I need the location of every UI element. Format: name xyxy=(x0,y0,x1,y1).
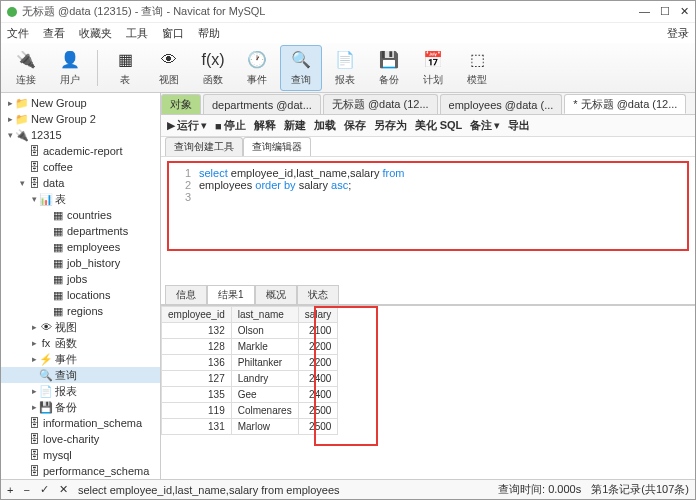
tree-item[interactable]: ▦employees xyxy=(1,239,160,255)
subtab-editor[interactable]: 查询编辑器 xyxy=(243,137,311,156)
table-row[interactable]: 131Marlow2500 xyxy=(162,419,338,435)
tree-item[interactable]: ▦jobs xyxy=(1,271,160,287)
tab-departments[interactable]: departments @dat... xyxy=(203,94,321,114)
sidebar-tree[interactable]: ▸📁New Group▸📁New Group 2▾🔌12315🗄academic… xyxy=(1,93,161,479)
tree-item[interactable]: ▦departments xyxy=(1,223,160,239)
tab-current[interactable]: * 无标题 @data (12... xyxy=(564,94,686,114)
cell-lastname[interactable]: Philtanker xyxy=(231,355,298,371)
table-row[interactable]: 136Philtanker2200 xyxy=(162,355,338,371)
status-check-icon[interactable]: ✓ xyxy=(40,483,49,496)
maximize-button[interactable]: ☐ xyxy=(660,5,670,18)
connect-button[interactable]: 🔌连接 xyxy=(5,45,47,91)
note-button[interactable]: 备注 ▾ xyxy=(470,118,500,133)
cell-salary[interactable]: 2400 xyxy=(298,371,338,387)
tree-item[interactable]: ▸📄报表 xyxy=(1,383,160,399)
function-button[interactable]: f(x)函数 xyxy=(192,45,234,91)
tab-employees[interactable]: employees @data (... xyxy=(440,94,563,114)
cell-salary[interactable]: 2500 xyxy=(298,403,338,419)
tree-item[interactable]: ▸📁New Group 2 xyxy=(1,111,160,127)
sql-editor[interactable]: 1select employee_id,last_name,salary fro… xyxy=(167,161,689,251)
save-button[interactable]: 保存 xyxy=(344,118,366,133)
tree-item[interactable]: ▸⚡事件 xyxy=(1,351,160,367)
rtab-status[interactable]: 状态 xyxy=(297,285,339,304)
cell-salary[interactable]: 2500 xyxy=(298,419,338,435)
cell-salary[interactable]: 2100 xyxy=(298,323,338,339)
export-button[interactable]: 导出 xyxy=(508,118,530,133)
minimize-button[interactable]: — xyxy=(639,5,650,18)
cell-salary[interactable]: 2200 xyxy=(298,339,338,355)
menu-view[interactable]: 查看 xyxy=(43,26,65,41)
tree-item[interactable]: ▦countries xyxy=(1,207,160,223)
menu-help[interactable]: 帮助 xyxy=(198,26,220,41)
tree-item[interactable]: 🗄coffee xyxy=(1,159,160,175)
cell-id[interactable]: 131 xyxy=(162,419,232,435)
tree-item[interactable]: ▦job_history xyxy=(1,255,160,271)
report-button[interactable]: 📄报表 xyxy=(324,45,366,91)
menu-file[interactable]: 文件 xyxy=(7,26,29,41)
tree-item[interactable]: ▸📁New Group xyxy=(1,95,160,111)
saveas-button[interactable]: 另存为 xyxy=(374,118,407,133)
cell-salary[interactable]: 2400 xyxy=(298,387,338,403)
status-remove-icon[interactable]: − xyxy=(23,484,29,496)
tree-item[interactable]: 🗄performance_schema xyxy=(1,463,160,479)
col-salary[interactable]: salary xyxy=(298,307,338,323)
status-add-icon[interactable]: + xyxy=(7,484,13,496)
cell-lastname[interactable]: Gee xyxy=(231,387,298,403)
cell-id[interactable]: 136 xyxy=(162,355,232,371)
tree-item[interactable]: ▾🔌12315 xyxy=(1,127,160,143)
col-last-name[interactable]: last_name xyxy=(231,307,298,323)
close-button[interactable]: ✕ xyxy=(680,5,689,18)
tree-item[interactable]: ▦locations xyxy=(1,287,160,303)
table-row[interactable]: 135Gee2400 xyxy=(162,387,338,403)
tree-item[interactable]: ▾🗄data xyxy=(1,175,160,191)
cell-lastname[interactable]: Olson xyxy=(231,323,298,339)
tree-item[interactable]: ▦regions xyxy=(1,303,160,319)
backup-button[interactable]: 💾备份 xyxy=(368,45,410,91)
cell-salary[interactable]: 2200 xyxy=(298,355,338,371)
menu-window[interactable]: 窗口 xyxy=(162,26,184,41)
cell-id[interactable]: 132 xyxy=(162,323,232,339)
table-button[interactable]: ▦表 xyxy=(104,45,146,91)
cell-lastname[interactable]: Marlow xyxy=(231,419,298,435)
rtab-result1[interactable]: 结果1 xyxy=(207,285,255,304)
stop-button[interactable]: ■ 停止 xyxy=(215,118,246,133)
cell-lastname[interactable]: Colmenares xyxy=(231,403,298,419)
tab-untitled1[interactable]: 无标题 @data (12... xyxy=(323,94,438,114)
menu-fav[interactable]: 收藏夹 xyxy=(79,26,112,41)
table-row[interactable]: 128Markle2200 xyxy=(162,339,338,355)
cell-id[interactable]: 119 xyxy=(162,403,232,419)
event-button[interactable]: 🕐事件 xyxy=(236,45,278,91)
tab-objects[interactable]: 对象 xyxy=(161,94,201,114)
rtab-profile[interactable]: 概况 xyxy=(255,285,297,304)
tree-item[interactable]: ▸💾备份 xyxy=(1,399,160,415)
tree-item[interactable]: ▸fx函数 xyxy=(1,335,160,351)
table-row[interactable]: 119Colmenares2500 xyxy=(162,403,338,419)
new-button[interactable]: 新建 xyxy=(284,118,306,133)
table-row[interactable]: 127Landry2400 xyxy=(162,371,338,387)
user-button[interactable]: 👤用户 xyxy=(49,45,91,91)
col-employee-id[interactable]: employee_id xyxy=(162,307,232,323)
rtab-info[interactable]: 信息 xyxy=(165,285,207,304)
menu-tools[interactable]: 工具 xyxy=(126,26,148,41)
view-button[interactable]: 👁视图 xyxy=(148,45,190,91)
table-row[interactable]: 132Olson2100 xyxy=(162,323,338,339)
subtab-builder[interactable]: 查询创建工具 xyxy=(165,137,243,156)
beautify-button[interactable]: 美化 SQL xyxy=(415,118,463,133)
login-link[interactable]: 登录 xyxy=(667,26,689,41)
load-button[interactable]: 加载 xyxy=(314,118,336,133)
cell-id[interactable]: 127 xyxy=(162,371,232,387)
plan-button[interactable]: 📅计划 xyxy=(412,45,454,91)
explain-button[interactable]: 解释 xyxy=(254,118,276,133)
model-button[interactable]: ⬚模型 xyxy=(456,45,498,91)
cell-lastname[interactable]: Markle xyxy=(231,339,298,355)
tree-item[interactable]: 🗄mysql xyxy=(1,447,160,463)
run-button[interactable]: ▶ 运行 ▾ xyxy=(167,118,207,133)
tree-item[interactable]: ▸👁视图 xyxy=(1,319,160,335)
cell-id[interactable]: 135 xyxy=(162,387,232,403)
status-cancel-icon[interactable]: ✕ xyxy=(59,483,68,496)
cell-id[interactable]: 128 xyxy=(162,339,232,355)
tree-item[interactable]: 🗄information_schema xyxy=(1,415,160,431)
result-grid[interactable]: employee_id last_name salary 132Olson210… xyxy=(161,305,695,479)
tree-item[interactable]: ▾📊表 xyxy=(1,191,160,207)
tree-item[interactable]: 🗄love-charity xyxy=(1,431,160,447)
